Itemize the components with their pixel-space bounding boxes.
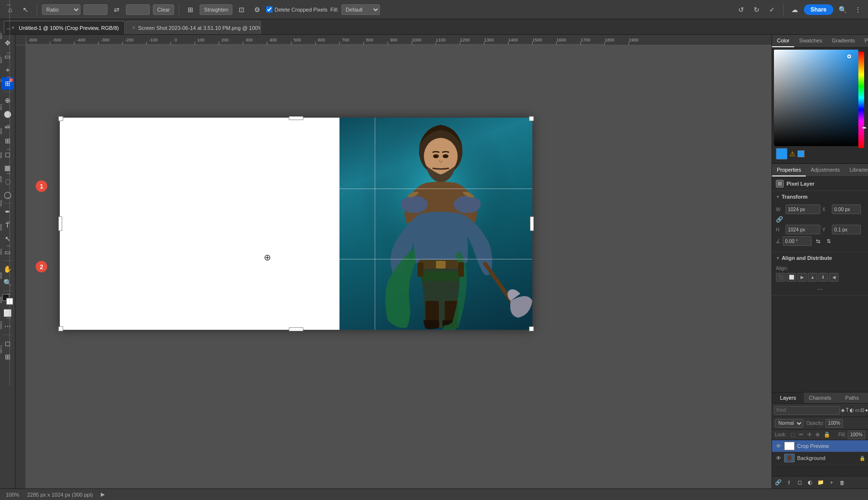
cloud-button[interactable]: ☁ xyxy=(788,3,801,16)
layers-tab-channels[interactable]: Channels xyxy=(804,392,836,403)
share-button[interactable]: Share xyxy=(804,4,833,15)
align-header[interactable]: ▼ Align and Distribute xyxy=(772,252,868,264)
tab-1-close[interactable]: × xyxy=(10,25,16,31)
width-field[interactable] xyxy=(786,204,820,214)
layers-search-input[interactable] xyxy=(774,406,840,415)
patterns-tab[interactable]: Patterns xyxy=(860,35,868,47)
lock-all[interactable]: 🔒 xyxy=(824,432,830,438)
crop-handle-br[interactable] xyxy=(529,326,534,331)
filter-adj-button[interactable]: ◐ xyxy=(850,406,854,415)
layers-bottom-toolbar: 🔗 f ◻ ◐ 📁 ＋ 🗑 xyxy=(772,476,868,488)
check-button[interactable]: ✓ xyxy=(766,3,778,16)
filter-shape-button[interactable]: ▭ xyxy=(855,406,859,415)
main-area: ✥ ▭ ⌖ ⊞ 1 ⊕ ⬤ ✏ ⊞ ◻ ▦ ◌ ◯ ✒ T ↖ ▭ ✋ 🔍 ⬜ … xyxy=(0,35,868,488)
angle-field[interactable] xyxy=(783,236,812,246)
hue-strip[interactable] xyxy=(858,52,864,148)
layer-mode-select[interactable]: Normal xyxy=(775,419,803,428)
tab-1-label: Untitled-1 @ 100% (Crop Preview, RGB/8) xyxy=(19,25,119,31)
align-more-button[interactable]: ... xyxy=(817,284,823,291)
align-center-h-button[interactable]: ⬜ xyxy=(787,273,796,282)
crop-handle-tc[interactable] xyxy=(289,116,303,120)
svg-rect-91 xyxy=(436,261,446,269)
layer-delete-button[interactable]: 🗑 xyxy=(838,478,846,487)
svg-text:-200: -200 xyxy=(125,38,134,42)
layer-link-button[interactable]: 🔗 xyxy=(774,478,783,487)
align-top-button[interactable]: ▲ xyxy=(808,273,817,282)
crop-handle-tr[interactable] xyxy=(529,116,534,121)
height-input[interactable] xyxy=(126,4,150,15)
more-options-button[interactable]: ⋮ xyxy=(852,3,864,16)
canvas-viewport[interactable]: 1 2 xyxy=(26,45,772,488)
properties-tab[interactable]: Properties xyxy=(772,164,806,176)
pixel-layer-label: Pixel Layer xyxy=(787,181,814,187)
grid-button[interactable]: ⊡ xyxy=(235,3,248,16)
layer-crop-preview[interactable]: 👁 Crop Preview xyxy=(772,440,868,452)
layer-new-button[interactable]: ＋ xyxy=(827,478,836,487)
layer-1-visibility[interactable]: 👁 xyxy=(775,443,782,449)
crop-handle-mr[interactable] xyxy=(530,216,534,231)
lock-transparency[interactable]: ⬚ xyxy=(790,432,795,438)
flip-h-button[interactable]: ⇆ xyxy=(814,237,822,245)
straighten-button[interactable]: Straighten xyxy=(200,4,232,15)
ruler-horizontal: -600 -500 -400 -300 -200 -100 0 100 200 … xyxy=(26,35,772,45)
filter-kind-button[interactable]: ◈ xyxy=(841,406,845,415)
crop-handle-ml[interactable] xyxy=(58,216,62,231)
color-spectrum[interactable] xyxy=(774,50,858,146)
grid-icon-button[interactable]: ⊞ xyxy=(184,3,197,16)
align-right-button[interactable]: ▶ xyxy=(797,273,807,282)
tab-2-close[interactable]: × xyxy=(132,25,135,31)
filter-type-button[interactable]: T xyxy=(846,406,849,415)
align-sub-label: Align: xyxy=(776,266,864,271)
tab-1[interactable]: × Untitled-1 @ 100% (Crop Preview, RGB/8… xyxy=(4,21,125,34)
swatches-tab[interactable]: Swatches xyxy=(794,35,827,47)
adjustments-tab[interactable]: Adjustments xyxy=(806,164,845,176)
settings-button[interactable]: ⚙ xyxy=(251,3,263,16)
layer-fx-button[interactable]: f xyxy=(785,478,793,487)
angle-icon: ∠ xyxy=(776,238,781,244)
spectrum-container[interactable] xyxy=(774,50,858,146)
y-field[interactable] xyxy=(832,225,861,234)
lock-position[interactable]: ✛ xyxy=(807,432,812,438)
x-field[interactable] xyxy=(832,204,861,214)
ratio-select[interactable]: Ratio xyxy=(42,4,81,15)
color-tab[interactable]: Color xyxy=(772,35,794,47)
crop-handle-tl[interactable] xyxy=(58,116,63,121)
swap-button[interactable]: ⇄ xyxy=(110,3,123,16)
canvas-area-wrapper: -600 -500 -400 -300 -200 -100 0 100 200 … xyxy=(15,35,772,488)
lock-paint[interactable]: ✏ xyxy=(799,432,803,438)
lock-artboard[interactable]: ⊕ xyxy=(815,432,820,438)
tab-2[interactable]: × Screen Shot 2023-06-14 at 3.51.10 PM.p… xyxy=(126,21,261,34)
rotate-ccw-button[interactable]: ↺ xyxy=(735,3,747,16)
search-button[interactable]: 🔍 xyxy=(836,3,849,16)
svg-text:-400: -400 xyxy=(77,38,85,42)
current-color-swatch[interactable] xyxy=(776,148,787,160)
layer-mask-button[interactable]: ◻ xyxy=(795,478,804,487)
width-input[interactable] xyxy=(83,4,108,15)
height-field[interactable] xyxy=(786,225,820,234)
libraries-tab[interactable]: Libraries xyxy=(845,164,868,176)
status-arrow[interactable]: ▶ xyxy=(101,491,105,498)
filter-toggle-button[interactable]: ● xyxy=(865,406,868,415)
align-left-button[interactable]: ⬛ xyxy=(776,273,786,282)
layer-group-button[interactable]: 📁 xyxy=(816,478,825,487)
crop-handle-bl[interactable] xyxy=(58,326,63,331)
delete-cropped-checkbox[interactable] xyxy=(266,6,272,13)
fill-input[interactable] xyxy=(848,431,865,439)
align-middle-v-button[interactable]: ⬇ xyxy=(818,273,828,282)
clear-button[interactable]: Clear xyxy=(153,4,174,15)
layer-adjust-button[interactable]: ◐ xyxy=(806,478,814,487)
layer-background[interactable]: 👁 Background 🔒 xyxy=(772,452,868,464)
layers-tab-paths[interactable]: Paths xyxy=(836,392,868,403)
gradients-tab[interactable]: Gradients xyxy=(827,35,860,47)
align-bottom-button[interactable]: ◀ xyxy=(829,273,839,282)
flip-v-button[interactable]: ⇅ xyxy=(824,237,833,245)
rotate-cw-button[interactable]: ↻ xyxy=(750,3,763,16)
transform-header[interactable]: ▼ Transform xyxy=(772,191,868,203)
fill-select[interactable]: Default xyxy=(341,4,380,15)
filter-smart-button[interactable]: ⊡ xyxy=(860,406,864,415)
layer-2-visibility[interactable]: 👁 xyxy=(775,455,782,461)
crop-handle-bc[interactable] xyxy=(289,327,303,331)
layers-tab-layers[interactable]: Layers xyxy=(772,392,804,403)
arrow-tool-button[interactable]: ↖ xyxy=(19,3,32,16)
opacity-input[interactable] xyxy=(826,419,843,428)
